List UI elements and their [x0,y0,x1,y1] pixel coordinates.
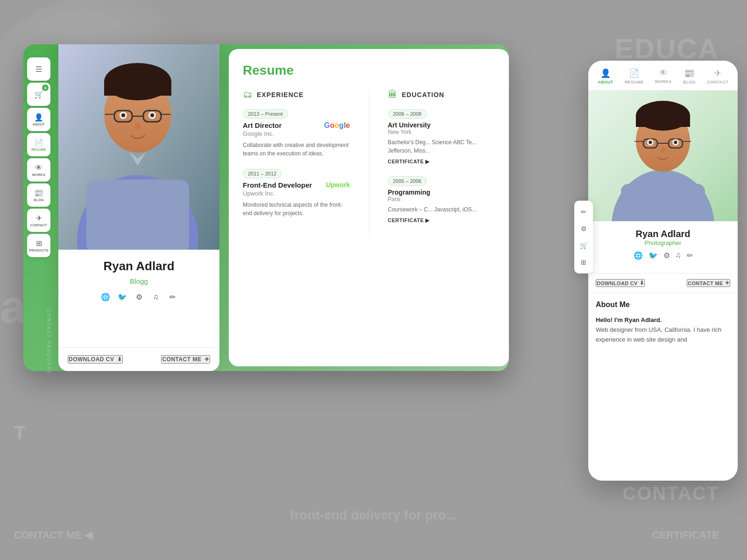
sidebar-item-blog[interactable]: 📰 BLOG [27,183,50,207]
mobile-blog-label: BLOG [683,80,696,84]
profile-title: Blogg [130,277,148,285]
mobile-social-github[interactable]: ⚙ [663,251,670,260]
toolbar-cart-icon: 🛒 [580,242,588,249]
mobile-about-intro: Hello! I'm Ryan Adlard. [596,316,662,323]
mobile-social-web[interactable]: 🌐 [634,251,643,260]
mobile-nav-blog[interactable]: 📰 BLOG [679,66,699,86]
edu-location-2: Paris [388,196,495,203]
bg-bottom-text: front-end delivery for pro... [290,508,457,523]
social-web-icon[interactable]: 🌐 [100,292,111,302]
social-github-icon[interactable]: ⚙ [134,292,144,302]
sidebar-item-products[interactable]: ⊞ PRODUCTS [27,234,50,257]
mobile-nav-works[interactable]: 👁 WORKS [651,66,676,86]
edu-school-2: Programming [388,189,495,196]
edu-degree-1: Bachelor's Deg... Science ABC Te... Jeff… [388,138,495,155]
upwork-logo: Upwork [326,181,350,189]
mobile-about-title: About Me [596,301,730,309]
sidebar-item-about[interactable]: 👤 ABOUT [27,108,50,131]
edu-location-1: New York [388,129,495,135]
sidebar-item-resume[interactable]: 📄 RESUME [27,133,50,156]
resume-rest: esume [252,63,294,77]
social-music-icon[interactable]: ♫ [151,292,161,302]
mobile-about-icon: 👤 [600,68,611,78]
cert-link-1[interactable]: CERTIFICATE ▶ [388,159,430,165]
mobile-social-twitter[interactable]: 🐦 [648,251,658,260]
bg-edu-text: EDUCA [615,33,719,65]
sidebar-item-contact[interactable]: ✈ CONTACT [27,209,50,232]
experience-item-1: 2013 – Present Art Director Google Inc. … [243,109,350,158]
exp-desc-2: Monitored technical aspects of the front… [243,201,350,217]
download-icon: ⬇ [117,356,122,363]
svg-point-17 [150,113,154,117]
social-icons: 🌐 🐦 ⚙ ♫ ✏ [100,292,178,302]
mobile-nav-contact[interactable]: ✈ CONTACT [703,66,732,86]
bg-contact-me-bottom: CONTACT ME ◀ [14,529,92,541]
resume-label: RESUME [31,148,46,151]
svg-rect-28 [636,116,690,127]
profile-card-header [58,44,219,250]
contact-me-button[interactable]: CONTACT ME ✈ [161,355,210,364]
mobile-nav-resume[interactable]: 📄 RESUME [621,66,647,86]
exp-title-1: Art Director [243,121,282,129]
mobile-resume-label: RESUME [625,80,643,84]
contact-icon: ✈ [36,214,42,223]
toolbar-settings-button[interactable]: ⚙ [576,221,591,236]
mobile-social-edit[interactable]: ✏ [687,251,693,260]
about-label: ABOUT [33,123,45,126]
education-header: 🏛 EDUCATION [388,89,495,100]
profile-info: Ryan Adlard Blogg 🌐 🐦 ⚙ ♫ ✏ [91,250,187,347]
svg-point-37 [674,141,677,144]
download-cv-label: DOWNLOAD CV [69,356,114,363]
svg-point-18 [135,122,141,130]
main-card: ☰ 8 🛒 👤 ABOUT 📄 RESUME 👁 WORKS 📰 BLOG ✈ [23,44,509,371]
svg-point-16 [121,113,125,117]
mobile-social-music[interactable]: ♫ [676,251,681,260]
exp-title-company-2: Front-End Developer Upwork Inc. [243,181,312,201]
sidebar-item-cart[interactable]: 8 🛒 [27,83,50,106]
contact-label: CONTACT [30,224,47,227]
sidebar-item-menu[interactable]: ☰ [27,57,50,81]
section-divider [369,89,369,235]
resume-r: R [243,63,252,77]
sidebar: ☰ 8 🛒 👤 ABOUT 📄 RESUME 👁 WORKS 📰 BLOG ✈ [23,54,54,261]
mobile-about-text: Hello! I'm Ryan Adlard. Web designer fro… [596,315,730,344]
cart-icon: 🛒 [34,90,43,99]
cert-link-2[interactable]: CERTIFICATE ▶ [388,217,430,224]
mobile-contact-me-button[interactable]: CONTACT ME ✈ [687,279,730,287]
exp-company-1: Google Inc. [243,130,282,137]
mobile-resume-icon: 📄 [629,68,639,78]
education-item-2: 2005 – 2006 Programming Paris Coursework… [388,176,495,224]
works-icon: 👁 [35,164,42,172]
edu-date-1: 2006 – 2008 [388,109,427,119]
mobile-card: 👤 ABOUT 📄 RESUME 👁 WORKS 📰 BLOG ✈ CONTAC… [588,61,738,481]
education-section: 🏛 EDUCATION 2006 – 2008 Art University N… [388,89,495,235]
sidebar-item-works[interactable]: 👁 WORKS [27,158,50,182]
toolbar-settings-icon: ⚙ [581,225,587,232]
resume-sections: 🗂 EXPERIENCE 2013 – Present Art Director… [243,89,495,235]
floating-toolbar: ✏ ⚙ 🛒 ⊞ [574,201,593,273]
social-edit-icon[interactable]: ✏ [168,292,178,302]
mobile-nav-about[interactable]: 👤 ABOUT [594,66,617,86]
products-label: PRODUCTS [29,249,49,252]
mobile-works-icon: 👁 [659,68,668,78]
download-cv-button[interactable]: DOWNLOAD CV ⬇ [68,355,123,364]
mobile-contact-label: CONTACT [707,80,728,84]
mobile-about-description: Web designer from USA, California. I hav… [596,326,721,343]
mobile-actions: DOWNLOAD CV ⬇ CONTACT ME ✈ [588,273,738,293]
profile-name: Ryan Adlard [103,259,174,273]
social-twitter-icon[interactable]: 🐦 [117,292,127,302]
profile-actions: DOWNLOAD CV ⬇ CONTACT ME ✈ [58,347,219,371]
education-item-1: 2006 – 2008 Art University New York Bach… [388,109,495,165]
experience-item-2: 2011 – 2012 Front-End Developer Upwork I… [243,169,350,217]
bg-sidebar-contact-products: CONTACT PRODUCTS [46,309,51,374]
toolbar-grid-button[interactable]: ⊞ [576,255,591,270]
bg-cert-bottom: CERTIFICATE [652,529,719,541]
toolbar-edit-icon: ✏ [581,208,586,216]
menu-icon: ☰ [35,65,42,74]
mobile-download-cv-button[interactable]: DOWNLOAD CV ⬇ [596,279,645,287]
works-label: WORKS [32,173,45,176]
toolbar-edit-button[interactable]: ✏ [576,204,591,219]
edu-date-2: 2005 – 2006 [388,176,427,186]
bg-contact-text: CONTACT [622,483,719,504]
toolbar-cart-button[interactable]: 🛒 [576,238,591,253]
